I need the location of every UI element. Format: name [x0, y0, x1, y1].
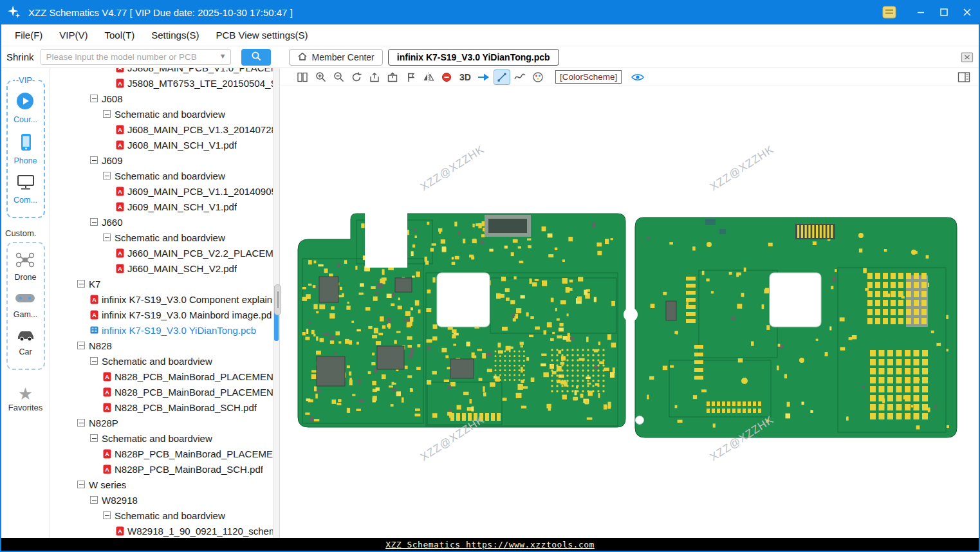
collapse-icon[interactable] [103, 234, 111, 241]
sidebar-item-favorites[interactable]: ★ Favorites [8, 385, 42, 412]
custom-section-label: Custom. [5, 228, 36, 238]
tab-member-center[interactable]: Member Center [289, 49, 383, 66]
tree-file-row[interactable]: AJ608_MAIN_SCH_V1.pdf [50, 137, 273, 152]
collapse-icon[interactable] [90, 434, 98, 442]
layers-panel-icon[interactable] [956, 69, 972, 85]
collapse-icon[interactable] [77, 481, 85, 488]
tree-file-row[interactable]: Ainfinix K7-S19_V3.0 Mainbord image.pd [50, 307, 273, 322]
menu-file[interactable]: File(F) [6, 30, 51, 41]
close-button[interactable] [956, 0, 979, 24]
refresh-icon[interactable] [348, 69, 365, 85]
tree-group-row[interactable]: K7 [50, 276, 273, 291]
collapse-icon[interactable] [103, 110, 111, 118]
tree-group-row[interactable]: W series [50, 477, 273, 492]
tree-file-row[interactable]: Ainfinix K7-S19_V3.0 Component explain [50, 291, 273, 307]
flag-icon[interactable] [402, 69, 419, 85]
close-panel-icon[interactable] [961, 51, 974, 63]
export-up-icon[interactable] [366, 69, 383, 85]
svg-text:A: A [105, 374, 109, 380]
tree-group-row[interactable]: Schematic and boardview [50, 430, 273, 446]
menu-tool[interactable]: Tool(T) [97, 30, 143, 41]
pdf-icon: A [116, 78, 124, 88]
pdf-icon: A [116, 248, 124, 258]
tree-group-row[interactable]: W82918 [50, 492, 273, 508]
collapse-icon[interactable] [103, 172, 111, 179]
tree-group-row[interactable]: Schematic and boardview [50, 106, 273, 122]
search-input[interactable] [41, 49, 231, 65]
panel-splitter-handle[interactable] [274, 284, 281, 315]
sidebar-item-phone[interactable]: Phone [14, 133, 37, 165]
tree-item-label: W series [89, 479, 126, 490]
sidebar-item-course[interactable]: Cour... [14, 91, 37, 124]
license-icon[interactable] [880, 4, 899, 21]
split-view-icon[interactable] [294, 69, 311, 85]
maximize-button[interactable] [932, 0, 956, 24]
tree-group-row[interactable]: J609 [50, 152, 273, 168]
collapse-icon[interactable] [90, 218, 98, 226]
tree-file-row[interactable]: AJ608_MAIN_PCB_V1.3_20140728_P [50, 122, 273, 137]
shrink-button[interactable]: Shrink [6, 51, 34, 62]
curve-tool-icon[interactable] [512, 69, 528, 85]
custom-section: Drone Gam... Car [6, 242, 45, 370]
menu-settings[interactable]: Settings(S) [143, 30, 207, 41]
collapse-icon[interactable] [77, 419, 85, 427]
collapse-icon[interactable] [90, 95, 98, 102]
tree-file-row[interactable]: AN828P_PCB_MainBorad_PLACEMENT [50, 446, 273, 461]
tree-group-row[interactable]: Schematic and boardview [50, 168, 273, 183]
tree-file-row[interactable]: AJ5808_MAIN_PCB_V1.0_PLACEMEN [50, 68, 273, 75]
pdf-icon: A [116, 125, 124, 134]
tree-file-row[interactable]: infinix K7-S19_V3.0 YiDianTong.pcb [50, 322, 273, 338]
color-scheme-button[interactable]: [ColorScheme] [555, 70, 622, 84]
palette-icon[interactable] [530, 69, 546, 85]
tree-group-row[interactable]: Schematic and boardview [50, 508, 273, 523]
pcb-canvas-area[interactable]: XZZ@XZZHKXZZ@XZZHKXZZ@XZZHKXZZ@XZZHK [280, 86, 979, 538]
collapse-icon[interactable] [90, 496, 98, 504]
tree-file-row[interactable]: AJ609_MAIN_PCB_V1.1_20140905_P [50, 183, 273, 199]
menu-vip[interactable]: VIP(V) [51, 30, 96, 41]
3d-view-button[interactable]: 3D [456, 72, 474, 82]
tree-file-row[interactable]: AN828_PCB_MainBorad_PLACEMENT_ [50, 369, 273, 384]
red-marker-icon[interactable] [438, 69, 455, 85]
tab-active-pcb[interactable]: infinix K7-S19_V3.0 YiDianTong.pcb [388, 49, 559, 66]
visibility-eye-icon[interactable] [629, 69, 646, 85]
collapse-icon[interactable] [90, 357, 98, 365]
collapse-icon[interactable] [77, 342, 85, 349]
export-folder-icon[interactable] [384, 69, 401, 85]
tree-file-row[interactable]: AJ609_MAIN_SCH_V1.pdf [50, 199, 273, 214]
collapse-icon[interactable] [103, 511, 111, 519]
sidebar-item-games[interactable]: Gam... [14, 290, 38, 319]
tree-group-row[interactable]: N828 [50, 338, 273, 353]
sidebar-item-drone[interactable]: Drone [14, 251, 36, 282]
tree-group-row[interactable]: N828P [50, 415, 273, 430]
diagonal-line-tool-icon[interactable] [494, 69, 510, 85]
svg-text:A: A [118, 250, 122, 257]
tree-file-row[interactable]: AJ5808_MT6753_LTE_20150504_SCH [50, 75, 273, 91]
minimize-button[interactable] [909, 0, 932, 24]
tree-file-row[interactable]: AJ660_MAIN_PCB_V2.2_PLACEMEN [50, 245, 273, 261]
tree-item-label: W82918_1_90_0921_1120_schema [127, 526, 273, 537]
tree-file-row[interactable]: AW82918_1_90_0921_1120_schema [50, 523, 273, 538]
pdf-icon: A [116, 140, 124, 150]
zoom-out-icon[interactable] [330, 69, 347, 85]
tree-group-row[interactable]: Schematic and boardview [50, 230, 273, 245]
tree-file-row[interactable]: AN828P_PCB_MainBorad_SCH.pdf [50, 461, 273, 477]
tree-file-row[interactable]: AN828_PCB_MainBorad_SCH.pdf [50, 400, 273, 415]
collapse-icon[interactable] [90, 156, 98, 164]
zoom-in-icon[interactable] [312, 69, 329, 85]
tree-file-row[interactable]: AN828_PCB_MainBorad_PLACEMENT_ [50, 384, 273, 400]
pdf-icon: A [90, 295, 98, 304]
flip-horizontal-icon[interactable] [420, 69, 437, 85]
sidebar-item-car[interactable]: Car [15, 327, 36, 356]
tree-group-row[interactable]: J608 [50, 91, 273, 106]
collapse-icon[interactable] [77, 280, 85, 288]
status-link[interactable]: XZZ Schematics https://www.xzztools.com [385, 540, 595, 549]
tree-group-row[interactable]: J660 [50, 214, 273, 230]
tree-file-row[interactable]: AJ660_MAIN_SCH_V2.pdf [50, 261, 273, 276]
menu-pcb-view-settings[interactable]: PCB View settings(S) [207, 30, 316, 41]
sidebar-item-computer[interactable]: Com... [14, 174, 37, 205]
svg-text:A: A [118, 528, 122, 535]
pcb-board-view[interactable]: XZZ@XZZHKXZZ@XZZHKXZZ@XZZHKXZZ@XZZHK [280, 86, 979, 538]
tree-group-row[interactable]: Schematic and boardview [50, 353, 273, 369]
search-button[interactable] [241, 49, 271, 66]
measure-arrow-icon[interactable] [476, 69, 492, 85]
